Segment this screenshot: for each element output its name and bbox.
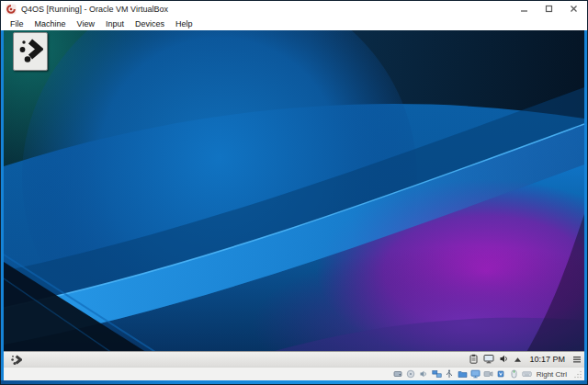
- resize-grip[interactable]: [572, 369, 582, 379]
- status-mouse-integration-icon[interactable]: [509, 369, 519, 379]
- window-controls: [519, 5, 578, 14]
- window-title: Q4OS [Running] - Oracle VM VirtualBox: [21, 5, 519, 14]
- volume-tray-icon[interactable]: [499, 351, 509, 367]
- expand-tray-arrow-icon[interactable]: [514, 351, 522, 367]
- hamburger-menu-icon[interactable]: [572, 351, 582, 367]
- start-menu-button[interactable]: [6, 353, 25, 367]
- virtualbox-window: Q4OS [Running] - Oracle VM VirtualBox Fi…: [0, 0, 588, 385]
- q4os-logo-icon: [17, 37, 43, 66]
- display-tray-icon[interactable]: [483, 351, 494, 367]
- taskbar-clock[interactable]: 10:17 PM: [529, 355, 565, 364]
- menu-input[interactable]: Input: [100, 18, 130, 29]
- status-optical-drives-icon[interactable]: [406, 369, 416, 379]
- window-bottom-border: [1, 380, 587, 384]
- guest-frame: 10:17 PM: [1, 30, 587, 380]
- clipboard-tray-icon[interactable]: [469, 351, 479, 367]
- status-keyboard-icon[interactable]: [522, 369, 532, 379]
- status-network-icon[interactable]: [432, 369, 442, 379]
- status-usb-icon[interactable]: [445, 369, 455, 379]
- close-button-icon[interactable]: [569, 5, 578, 14]
- system-tray: 10:17 PM: [469, 351, 582, 367]
- guest-taskbar: 10:17 PM: [4, 351, 584, 367]
- host-key-indicator: Right Ctrl: [537, 370, 567, 379]
- guest-screen: 10:17 PM: [4, 30, 584, 367]
- menu-view[interactable]: View: [72, 18, 100, 29]
- vbox-status-bar: Right Ctrl: [4, 367, 584, 380]
- menu-help[interactable]: Help: [170, 18, 198, 29]
- status-display-icon[interactable]: [470, 369, 481, 379]
- q4os-start-icon: [10, 354, 22, 366]
- menu-file[interactable]: File: [5, 18, 29, 29]
- menu-devices[interactable]: Devices: [130, 18, 170, 29]
- status-recording-icon[interactable]: [483, 369, 493, 379]
- maximize-button-icon[interactable]: [544, 5, 553, 14]
- status-shared-folders-icon[interactable]: [458, 369, 468, 379]
- desktop-wallpaper: [4, 30, 584, 367]
- minimize-button-icon[interactable]: [519, 5, 528, 14]
- title-bar[interactable]: Q4OS [Running] - Oracle VM VirtualBox: [1, 1, 587, 17]
- menu-machine[interactable]: Machine: [29, 18, 72, 29]
- vm-os-icon[interactable]: [6, 4, 17, 15]
- status-audio-icon[interactable]: [419, 369, 429, 379]
- status-features-icon[interactable]: [496, 369, 506, 379]
- q4os-desktop-icon[interactable]: [13, 32, 48, 71]
- menu-bar: File Machine View Input Devices Help: [1, 17, 587, 30]
- status-hard-disks-icon[interactable]: [393, 369, 403, 379]
